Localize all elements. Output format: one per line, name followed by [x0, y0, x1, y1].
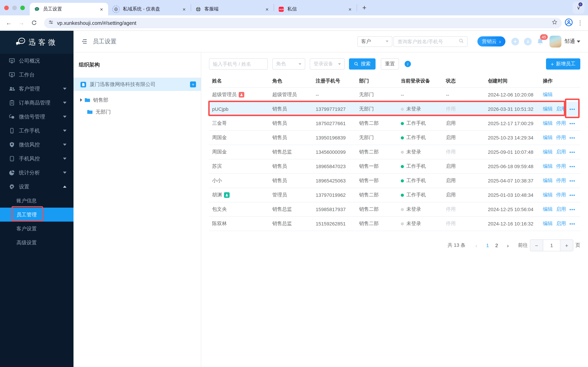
- reset-button[interactable]: 重置: [381, 58, 399, 70]
- minimize-window-icon[interactable]: [12, 5, 17, 10]
- sidebar-subitem-2[interactable]: 员工管理: [0, 208, 73, 222]
- edit-link[interactable]: 编辑: [543, 178, 553, 184]
- info-icon[interactable]: i: [405, 61, 411, 67]
- more-actions-button[interactable]: •••: [570, 150, 575, 155]
- back-icon[interactable]: ←: [3, 18, 14, 28]
- sidebar-item-4[interactable]: 订单商品管理: [0, 96, 73, 110]
- customer-scope-select[interactable]: 客户: [357, 36, 392, 47]
- page-number-input[interactable]: [543, 240, 560, 251]
- more-actions-button[interactable]: •••: [570, 178, 575, 183]
- next-page-icon[interactable]: ›: [503, 242, 512, 248]
- role-filter-select[interactable]: 角色: [272, 58, 305, 70]
- sidebar-subitem-1[interactable]: 账户信息: [0, 194, 73, 208]
- edit-link[interactable]: 编辑: [543, 192, 553, 198]
- enable-link[interactable]: 启用: [556, 221, 566, 227]
- more-actions-button[interactable]: •••: [570, 106, 575, 112]
- add-department-button[interactable]: +: [190, 82, 196, 87]
- device-cell: 工作手机: [401, 192, 446, 198]
- close-tab-icon[interactable]: ×: [98, 6, 105, 12]
- enable-link[interactable]: 启用: [556, 106, 566, 112]
- global-search-input[interactable]: [397, 38, 458, 45]
- marketing-cloud-button[interactable]: 营销云 ›: [477, 36, 505, 47]
- prev-page-icon[interactable]: ‹: [472, 242, 481, 248]
- tree-node-sales[interactable]: 销售部: [73, 94, 201, 106]
- device-filter-select[interactable]: 登录设备: [310, 58, 345, 70]
- sidebar-item-1[interactable]: 公司概况: [0, 54, 73, 68]
- edit-link[interactable]: 编辑: [543, 221, 553, 227]
- site-settings-icon[interactable]: [48, 20, 53, 26]
- page-decrement-button[interactable]: −: [530, 240, 543, 251]
- browser-profile-icon[interactable]: [564, 18, 573, 28]
- employee-table: 姓名角色注册手机号部门当前登录设备状态创建时间操作 超级管理员超级管理员--无部…: [209, 75, 580, 231]
- add-employee-button[interactable]: + 新增员工: [546, 58, 580, 70]
- close-tab-icon[interactable]: ×: [264, 6, 270, 12]
- search-icon[interactable]: [458, 38, 464, 45]
- page-number-2[interactable]: 2: [492, 242, 501, 248]
- collapse-sidebar-icon[interactable]: [81, 38, 88, 45]
- page-increment-button[interactable]: +: [560, 240, 573, 251]
- maximize-window-icon[interactable]: [20, 5, 25, 10]
- disable-link[interactable]: 停用: [556, 134, 566, 141]
- sidebar-item-6[interactable]: 工作手机: [0, 124, 73, 138]
- close-tab-icon[interactable]: ×: [181, 6, 187, 12]
- tree-node-nodept[interactable]: 无部门: [73, 106, 201, 118]
- url-bar[interactable]: vp.xunkeshouji.com/#/setting/agent: [44, 18, 562, 28]
- close-window-icon[interactable]: [4, 5, 9, 10]
- edit-link[interactable]: 编辑: [543, 149, 553, 155]
- more-actions-button[interactable]: •••: [570, 121, 575, 126]
- quick-add-button[interactable]: +: [511, 38, 519, 45]
- edit-link[interactable]: 编辑: [543, 120, 553, 126]
- sidebar-item-9[interactable]: 统计分析: [0, 166, 73, 180]
- sidebar-subitem-3[interactable]: 客户设置: [0, 222, 73, 236]
- more-actions-button[interactable]: •••: [570, 192, 575, 198]
- user-menu[interactable]: 邹通: [564, 38, 580, 45]
- browser-menu-icon[interactable]: ⋮: [577, 19, 583, 26]
- bookmark-star-icon[interactable]: [552, 19, 558, 26]
- window-controls[interactable]: [0, 0, 30, 15]
- filter-bar: 角色 登录设备 搜索 重置: [209, 58, 580, 70]
- edit-link[interactable]: 编辑: [543, 106, 553, 112]
- sidebar-item-8[interactable]: 手机风控: [0, 152, 73, 166]
- more-actions-button[interactable]: •••: [570, 135, 575, 140]
- sidebar-item-10[interactable]: 设置: [0, 180, 73, 194]
- browser-tab-messages[interactable]: 小红书 私信 ×: [274, 3, 357, 15]
- folder-icon: [87, 109, 93, 114]
- sidebar-item-3[interactable]: 客户管理: [0, 82, 73, 96]
- url-text[interactable]: vp.xunkeshouji.com/#/setting/agent: [57, 20, 552, 26]
- edit-link[interactable]: 编辑: [543, 134, 553, 141]
- sidebar-item-5[interactable]: 微信号管理: [0, 110, 73, 124]
- keyword-filter-input[interactable]: [209, 58, 268, 70]
- browser-tab-active[interactable]: 员工设置 ×: [30, 3, 108, 15]
- tab-search-chevron-button[interactable]: ∨: [573, 2, 585, 14]
- more-actions-button[interactable]: •••: [570, 221, 575, 226]
- disable-link[interactable]: 停用: [556, 192, 566, 198]
- new-tab-button[interactable]: +: [359, 2, 370, 13]
- search-button[interactable]: 搜索: [349, 58, 376, 70]
- browser-tab-support[interactable]: 客服端 ×: [191, 3, 274, 15]
- forward-icon[interactable]: →: [16, 18, 26, 28]
- employee-name-cell: 包文央: [212, 206, 272, 213]
- user-avatar[interactable]: [550, 35, 562, 47]
- download-button[interactable]: [524, 38, 532, 45]
- edit-link[interactable]: 编辑: [543, 206, 553, 213]
- disable-link[interactable]: 停用: [556, 163, 566, 169]
- more-actions-button[interactable]: •••: [570, 207, 575, 212]
- edit-link[interactable]: 编辑: [543, 92, 553, 98]
- sidebar-subitem-4[interactable]: 高级设置: [0, 236, 73, 250]
- notifications-button[interactable]: 45: [536, 37, 544, 46]
- disable-link[interactable]: 停用: [556, 120, 566, 126]
- sidebar-item-2[interactable]: 工作台: [0, 68, 73, 82]
- caret-right-icon[interactable]: [80, 98, 82, 102]
- page-number-1[interactable]: 1: [483, 242, 492, 248]
- enable-link[interactable]: 启用: [556, 149, 566, 155]
- reload-icon[interactable]: [29, 18, 39, 28]
- edit-link[interactable]: 编辑: [543, 163, 553, 169]
- browser-tab-dashboard[interactable]: 私域系统 - 仪表盘 ×: [108, 3, 191, 15]
- more-actions-button[interactable]: •••: [570, 164, 575, 169]
- org-company-node[interactable]: 厦门迅客微网络科技有限公司 +: [73, 78, 201, 91]
- enable-link[interactable]: 启用: [556, 206, 566, 213]
- sidebar-item-7[interactable]: 微信风控: [0, 138, 73, 152]
- caret-down-icon: [577, 40, 580, 42]
- close-tab-icon[interactable]: ×: [347, 6, 353, 12]
- disable-link[interactable]: 停用: [556, 178, 566, 184]
